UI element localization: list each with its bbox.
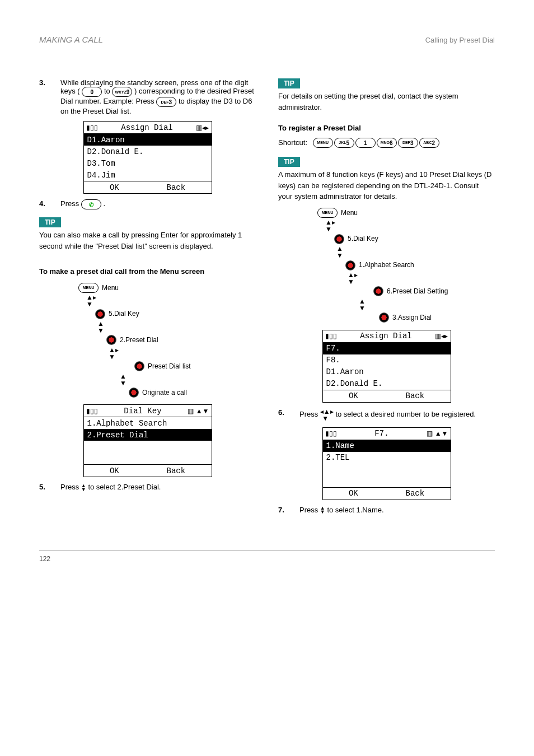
- list-item[interactable]: F7.: [323, 343, 451, 354]
- tip-text: A maximum of 8 function keys (F keys) an…: [278, 169, 495, 202]
- updown-icon: ▲▸▼: [325, 219, 335, 232]
- menu-label: Menu: [102, 282, 119, 295]
- page-subtitle: Calling by Preset Dial: [425, 36, 495, 44]
- battery-icon: ▥◂▸: [435, 332, 448, 340]
- menu-item: 3.Assign Dial: [392, 311, 432, 324]
- softkey-back[interactable]: Back: [405, 489, 424, 498]
- screen-title: Assign Dial: [121, 123, 172, 132]
- footer-divider: [39, 550, 495, 550]
- text: Press: [299, 410, 318, 418]
- text: to select 1.Name.: [327, 506, 383, 514]
- menu-key: MENU: [78, 283, 99, 293]
- screen-title: F7.: [374, 429, 388, 438]
- list-item[interactable]: F8.: [323, 354, 451, 366]
- menu-item: 5.Dial Key: [109, 307, 139, 320]
- list-item[interactable]: 1.Alphabet Search: [84, 417, 212, 429]
- text: Press: [60, 199, 79, 208]
- list-item[interactable]: 2.Preset Dial: [84, 429, 212, 441]
- key-9: WXYZ9: [112, 87, 132, 97]
- key-0: 0: [82, 87, 102, 97]
- signal-icon: ▮▯▯: [325, 430, 337, 437]
- step-6: 6. Press ◂▲▸ ▼ to select a desired numbe…: [278, 408, 495, 422]
- text: Press: [299, 506, 318, 514]
- menu-item: 6.Preset Dial Setting: [387, 285, 448, 298]
- updown-icon: ▲▸▼: [348, 272, 358, 285]
- screen-assign-dial-list: ▮▯▯ Assign Dial ▥◂▸ D1.Aaron D2.Donald E…: [83, 121, 212, 194]
- section-heading: To register a Preset Dial: [278, 123, 495, 134]
- tip-badge: TIP: [39, 217, 61, 227]
- menu-item: Originate a call: [142, 386, 187, 399]
- list-item[interactable]: D1.Aaron: [84, 134, 212, 146]
- signal-icon: ▮▯▯: [325, 332, 337, 340]
- updown-icon: ▲▸▼: [86, 294, 96, 307]
- updown-icon: ▲▼: [359, 298, 366, 311]
- list-item[interactable]: 2.TEL: [323, 452, 451, 464]
- list-item: [84, 452, 212, 464]
- shortcut-row: Shortcut: MENU JKL5 1 MNO6 DEF3 ABC2: [278, 137, 495, 148]
- updown-icon: ▲▼: [336, 245, 343, 259]
- menu-item: 5.Dial Key: [348, 232, 378, 245]
- key-5: JKL5: [334, 138, 354, 148]
- list-item: [323, 464, 451, 475]
- screen-title: Assign Dial: [360, 332, 411, 340]
- enter-icon: [379, 312, 389, 323]
- step-7: 7. Press to select 1.Name.: [278, 506, 495, 515]
- tip-text: For details on setting the preset dial, …: [278, 91, 495, 113]
- list-item[interactable]: D4.Jim: [84, 169, 212, 181]
- menu-label: Menu: [341, 207, 358, 220]
- menu-item: 2.Preset Dial: [120, 334, 158, 347]
- text: to: [104, 87, 110, 95]
- enter-icon: [334, 234, 344, 244]
- updown-icon: ▲▸▼: [109, 347, 119, 360]
- list-item[interactable]: D2.Donald E.: [323, 378, 451, 390]
- step-4: 4. Press ✆ .: [39, 199, 256, 209]
- nav-icon: ◂▲▸ ▼: [320, 408, 334, 422]
- screen-title: Dial Key: [124, 407, 161, 416]
- tip-badge: TIP: [278, 157, 300, 167]
- page-title: MAKING A CALL: [39, 35, 103, 44]
- battery-icon: ▥◂▸: [196, 124, 209, 132]
- softkey-back[interactable]: Back: [166, 466, 185, 475]
- softkey-ok[interactable]: OK: [349, 391, 358, 400]
- menu-item: 1.Alphabet Search: [359, 259, 414, 272]
- tip-text: You can also make a call by pressing Ent…: [39, 230, 256, 251]
- text: Press: [60, 483, 79, 491]
- softkey-ok[interactable]: OK: [110, 466, 119, 475]
- key-2: ABC2: [419, 138, 439, 148]
- softkey-back[interactable]: Back: [405, 391, 424, 400]
- key-1: 1: [355, 138, 376, 148]
- key-3: DEF3: [156, 97, 176, 107]
- battery-icon: ▥ ▲▼: [427, 430, 448, 437]
- softkey-back[interactable]: Back: [166, 183, 185, 192]
- page-footer: 122: [39, 555, 495, 563]
- text: .: [103, 199, 105, 208]
- battery-icon: ▥ ▲▼: [188, 407, 209, 415]
- enter-icon: [134, 361, 144, 371]
- softkey-ok[interactable]: OK: [349, 489, 358, 498]
- menu-tree: MENU Menu ▲▸▼ 5.Dial Key ▲▼ 2.Preset Dia…: [78, 282, 256, 399]
- enter-icon: [129, 388, 139, 398]
- updown-icon: ▲▼: [120, 373, 127, 386]
- enter-icon: [373, 286, 383, 296]
- list-item[interactable]: D2.Donald E.: [84, 146, 212, 157]
- section-heading: To make a preset dial call from the Menu…: [39, 266, 256, 277]
- signal-icon: ▮▯▯: [86, 407, 98, 415]
- page-number: 122: [39, 555, 50, 563]
- list-item[interactable]: D1.Aaron: [323, 366, 451, 378]
- screen-dial-key: ▮▯▯ Dial Key ▥ ▲▼ 1.Alphabet Search 2.Pr…: [83, 404, 212, 477]
- step-3: 3. While displaying the standby screen, …: [39, 78, 256, 115]
- key-6: MNO6: [377, 138, 397, 148]
- list-item[interactable]: 1.Name: [323, 440, 451, 452]
- enter-icon: [95, 309, 105, 319]
- enter-icon: [345, 260, 355, 270]
- menu-key: MENU: [317, 208, 338, 218]
- page-header: MAKING A CALL Calling by Preset Dial: [39, 34, 495, 50]
- screen-assign-dial-fkeys: ▮▯▯ Assign Dial ▥◂▸ F7. F8. D1.Aaron D2.…: [322, 330, 451, 403]
- updown-icon: ▲▼: [97, 320, 104, 334]
- list-item[interactable]: D3.Tom: [84, 157, 212, 169]
- softkey-ok[interactable]: OK: [110, 183, 119, 192]
- list-item: [84, 441, 212, 452]
- menu-tree: MENU Menu ▲▸▼ 5.Dial Key ▲▼ 1.Alphabet S…: [317, 207, 495, 324]
- menu-key: MENU: [313, 138, 333, 148]
- call-key: ✆: [81, 199, 101, 209]
